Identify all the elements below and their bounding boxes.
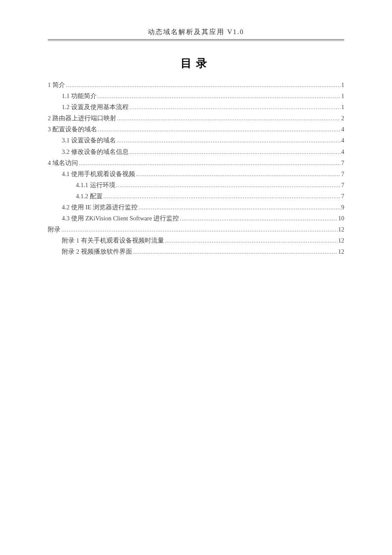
toc-entry-label: 1.2 设置及使用基本流程: [62, 101, 129, 113]
toc-leader-dots: [116, 179, 340, 191]
toc-entry-label: 3 配置设备的域名: [48, 124, 97, 135]
toc-leader-dots: [138, 202, 340, 213]
toc-entry: 1.2 设置及使用基本流程1: [48, 101, 344, 113]
toc-leader-dots: [98, 90, 340, 101]
header-underline: [48, 40, 344, 41]
toc-entry-label: 3.2 修改设备的域名信息: [62, 146, 129, 157]
toc-entry-label: 3.1 设置设备的域名: [62, 135, 116, 146]
toc-entry: 4.1.2 配置7: [48, 191, 344, 202]
toc-entry-label: 1 简介: [48, 79, 65, 90]
toc-entry: 3.1 设置设备的域名4: [48, 135, 344, 146]
toc-entry: 4.1.1 运行环境7: [48, 179, 344, 191]
toc-entry: 1 简介1: [48, 79, 344, 90]
toc-entry-label: 4.2 使用 IE 浏览器进行监控: [62, 202, 138, 213]
toc-entry-label: 附录: [48, 224, 61, 235]
toc-leader-dots: [130, 146, 340, 157]
toc-entry: 4 域名访问7: [48, 157, 344, 168]
toc-entry-page: 7: [341, 179, 344, 191]
toc-leader-dots: [180, 213, 337, 224]
toc-entry-page: 7: [341, 157, 344, 168]
toc-leader-dots: [104, 191, 340, 202]
toc-entry-page: 10: [338, 213, 345, 224]
toc-entry: 4.3 使用 ZKiVision Client Software 进行监控10: [48, 213, 344, 224]
toc-entry: 4.1 使用手机观看设备视频7: [48, 168, 344, 179]
toc-entry-label: 2 路由器上进行端口映射: [48, 113, 116, 124]
toc-entry-label: 4.3 使用 ZKiVision Client Software 进行监控: [62, 213, 179, 224]
toc-leader-dots: [79, 157, 340, 168]
toc-entry: 3.2 修改设备的域名信息4: [48, 146, 344, 157]
toc-leader-dots: [117, 113, 340, 124]
toc-entry-page: 9: [341, 202, 344, 213]
toc-entry-page: 7: [341, 191, 344, 202]
toc-leader-dots: [66, 79, 340, 90]
toc-entry-page: 4: [341, 146, 344, 157]
toc-entry-page: 12: [338, 246, 345, 257]
toc-leader-dots: [117, 135, 340, 146]
table-of-contents: 1 简介11.1 功能简介11.2 设置及使用基本流程12 路由器上进行端口映射…: [48, 79, 344, 257]
toc-entry-label: 4 域名访问: [48, 157, 78, 168]
toc-heading: 目录: [48, 56, 344, 71]
toc-entry-label: 附录 1 有关手机观看设备视频时流量: [62, 235, 164, 246]
toc-entry-page: 4: [341, 124, 344, 135]
toc-leader-dots: [98, 124, 340, 135]
toc-entry-label: 4.1 使用手机观看设备视频: [62, 168, 135, 179]
toc-leader-dots: [61, 224, 337, 235]
toc-entry: 1.1 功能简介1: [48, 90, 344, 101]
toc-entry-label: 1.1 功能简介: [62, 90, 97, 101]
toc-entry-page: 4: [341, 135, 344, 146]
toc-entry: 附录 1 有关手机观看设备视频时流量12: [48, 235, 344, 246]
toc-entry: 3 配置设备的域名4: [48, 124, 344, 135]
toc-entry: 附录 2 视频播放软件界面12: [48, 246, 344, 257]
page-header-title: 动态域名解析及其应用 V1.0: [48, 28, 344, 40]
toc-entry: 附录12: [48, 224, 344, 235]
toc-entry-label: 4.1.1 运行环境: [76, 179, 115, 191]
toc-leader-dots: [133, 246, 337, 257]
toc-entry: 2 路由器上进行端口映射2: [48, 113, 344, 124]
toc-leader-dots: [165, 235, 337, 246]
toc-entry-page: 1: [341, 79, 344, 90]
toc-entry-page: 12: [338, 235, 345, 246]
toc-entry-label: 4.1.2 配置: [76, 191, 103, 202]
toc-entry: 4.2 使用 IE 浏览器进行监控9: [48, 202, 344, 213]
toc-entry-label: 附录 2 视频播放软件界面: [62, 246, 132, 257]
toc-entry-page: 7: [341, 168, 344, 179]
toc-leader-dots: [130, 101, 340, 113]
toc-entry-page: 1: [341, 90, 344, 101]
toc-entry-page: 1: [341, 101, 344, 113]
toc-leader-dots: [136, 168, 340, 179]
toc-entry-page: 12: [338, 224, 345, 235]
toc-entry-page: 2: [341, 113, 344, 124]
